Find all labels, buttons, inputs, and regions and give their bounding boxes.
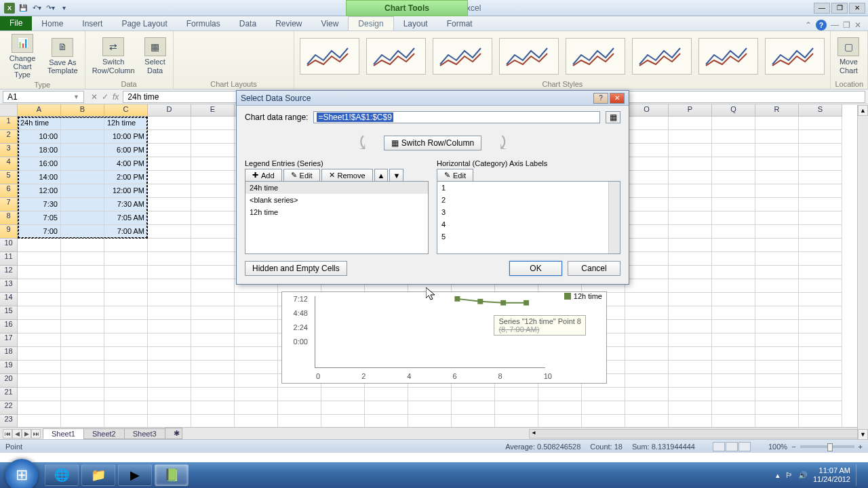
cell[interactable] bbox=[104, 279, 148, 293]
cell[interactable] bbox=[18, 361, 61, 374]
cancel-icon[interactable]: ✕ bbox=[91, 92, 98, 102]
cell[interactable] bbox=[61, 306, 104, 320]
cell[interactable]: 18:00 bbox=[18, 144, 61, 157]
cell[interactable] bbox=[799, 279, 842, 293]
cell[interactable] bbox=[799, 117, 842, 130]
list-item[interactable]: 1 bbox=[437, 182, 620, 194]
row-header[interactable]: 21 bbox=[0, 388, 18, 401]
cell[interactable] bbox=[61, 144, 104, 157]
cell[interactable] bbox=[61, 130, 104, 144]
cell[interactable] bbox=[191, 279, 235, 293]
formulas-tab[interactable]: Formulas bbox=[177, 17, 230, 30]
row-header[interactable]: 9 bbox=[0, 225, 18, 239]
cell[interactable] bbox=[61, 415, 104, 427]
cell[interactable] bbox=[18, 279, 61, 293]
cell[interactable] bbox=[755, 320, 799, 333]
dialog-close-button[interactable]: ✕ bbox=[610, 93, 625, 104]
sheet-tab-sheet3[interactable]: Sheet3 bbox=[124, 428, 165, 439]
cell[interactable] bbox=[625, 117, 669, 130]
cell[interactable] bbox=[799, 320, 842, 333]
cell[interactable] bbox=[495, 401, 538, 415]
column-header[interactable]: O bbox=[625, 104, 669, 117]
cell[interactable] bbox=[582, 401, 625, 415]
cell[interactable] bbox=[669, 144, 712, 157]
cell[interactable] bbox=[61, 184, 104, 198]
list-item[interactable]: 2 bbox=[437, 194, 620, 206]
row-header[interactable]: 6 bbox=[0, 184, 18, 198]
cell[interactable] bbox=[669, 252, 712, 266]
chart-style-thumb[interactable] bbox=[698, 38, 758, 75]
cell[interactable] bbox=[755, 415, 799, 427]
cell[interactable] bbox=[61, 117, 104, 130]
row-header[interactable]: 22 bbox=[0, 401, 18, 415]
cell[interactable] bbox=[712, 144, 755, 157]
row-header[interactable]: 23 bbox=[0, 415, 18, 427]
cell[interactable] bbox=[755, 239, 799, 252]
cell[interactable] bbox=[148, 211, 191, 225]
cell[interactable] bbox=[755, 144, 799, 157]
prev-sheet-button[interactable]: ◀ bbox=[12, 429, 22, 439]
cell[interactable] bbox=[61, 252, 104, 266]
cell[interactable] bbox=[799, 225, 842, 239]
cell[interactable] bbox=[625, 144, 669, 157]
cell[interactable] bbox=[61, 266, 104, 279]
cell[interactable] bbox=[148, 184, 191, 198]
cell[interactable] bbox=[61, 293, 104, 306]
cell[interactable] bbox=[191, 171, 235, 184]
undo-icon[interactable]: ↶▾ bbox=[31, 3, 42, 14]
move-up-button[interactable]: ▲ bbox=[374, 169, 389, 182]
cell[interactable] bbox=[148, 374, 191, 388]
cell[interactable] bbox=[755, 374, 799, 388]
chart-style-thumb[interactable] bbox=[499, 38, 559, 75]
cell[interactable] bbox=[235, 361, 278, 374]
cell[interactable]: 10:00 bbox=[18, 130, 61, 144]
cell[interactable] bbox=[452, 415, 495, 427]
close-button[interactable]: ✕ bbox=[849, 3, 865, 14]
cell[interactable] bbox=[408, 388, 452, 401]
tray-action-center-icon[interactable]: 🏳 bbox=[785, 471, 793, 479]
cell[interactable] bbox=[669, 225, 712, 239]
cell[interactable] bbox=[104, 320, 148, 333]
cell[interactable] bbox=[799, 347, 842, 361]
save-icon[interactable]: 💾 bbox=[18, 3, 28, 14]
cell[interactable] bbox=[148, 239, 191, 252]
list-item[interactable]: 12h time bbox=[245, 206, 428, 218]
cell[interactable] bbox=[669, 306, 712, 320]
cell[interactable] bbox=[235, 388, 278, 401]
cell[interactable] bbox=[452, 401, 495, 415]
cell[interactable] bbox=[235, 293, 278, 306]
first-sheet-button[interactable]: ⏮ bbox=[3, 429, 12, 439]
cell[interactable] bbox=[191, 144, 235, 157]
cell[interactable]: 12:00 bbox=[18, 184, 61, 198]
row-header[interactable]: 5 bbox=[0, 171, 18, 184]
cell[interactable] bbox=[365, 401, 408, 415]
cell[interactable] bbox=[321, 401, 365, 415]
column-header[interactable]: C bbox=[104, 104, 148, 117]
column-header[interactable]: P bbox=[669, 104, 712, 117]
zoom-out-button[interactable]: − bbox=[791, 443, 795, 451]
cell[interactable] bbox=[799, 198, 842, 211]
cell[interactable] bbox=[625, 239, 669, 252]
cell[interactable] bbox=[408, 415, 452, 427]
cell[interactable] bbox=[18, 266, 61, 279]
cell[interactable]: 7:00 bbox=[18, 225, 61, 239]
cell[interactable] bbox=[18, 374, 61, 388]
cell[interactable] bbox=[191, 333, 235, 347]
row-header[interactable]: 18 bbox=[0, 347, 18, 361]
list-item[interactable]: 4 bbox=[437, 218, 620, 230]
taskbar-excel-button[interactable]: 📗 bbox=[155, 464, 189, 486]
edit-axis-button[interactable]: ✎Edit bbox=[437, 169, 473, 182]
fx-icon[interactable]: fx bbox=[113, 92, 119, 102]
cell[interactable] bbox=[755, 361, 799, 374]
cell[interactable] bbox=[755, 252, 799, 266]
cell[interactable] bbox=[104, 306, 148, 320]
hidden-empty-cells-button[interactable]: Hidden and Empty Cells bbox=[245, 261, 347, 276]
cell[interactable] bbox=[235, 401, 278, 415]
cell[interactable] bbox=[18, 252, 61, 266]
cell[interactable] bbox=[625, 388, 669, 401]
cell[interactable] bbox=[755, 157, 799, 171]
cell[interactable] bbox=[669, 401, 712, 415]
chart-styles-gallery[interactable] bbox=[298, 33, 826, 79]
cell[interactable] bbox=[799, 144, 842, 157]
cell[interactable] bbox=[104, 293, 148, 306]
